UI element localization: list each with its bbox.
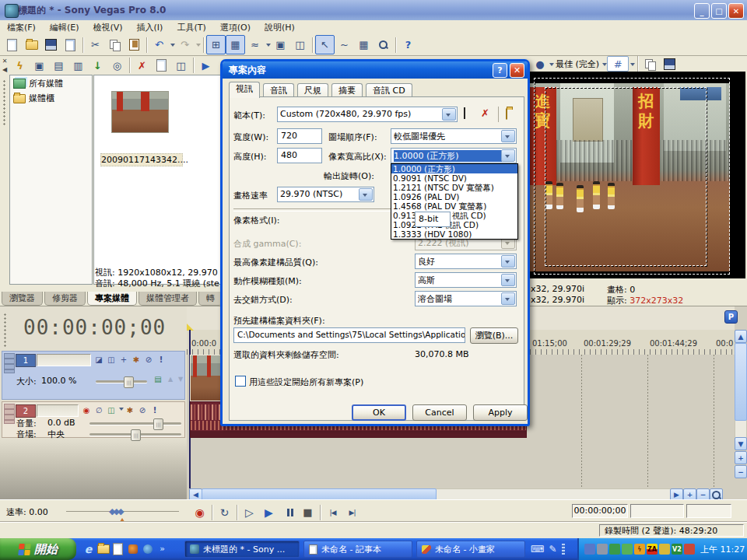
v-scroll-thumb[interactable]: [735, 343, 747, 421]
track2-volume-slider-thumb[interactable]: |||: [153, 418, 163, 430]
tab-trimmer[interactable]: 修剪器: [44, 292, 86, 306]
undo-button[interactable]: ↶: [149, 35, 169, 54]
v-scroll-down-button[interactable]: ▼: [735, 437, 747, 450]
redo-button[interactable]: ↷: [175, 35, 195, 54]
field-order-combo-arrow[interactable]: [501, 130, 515, 142]
tray-power-icon[interactable]: ϟ: [634, 544, 645, 555]
track1-name-field[interactable]: [37, 354, 91, 366]
quicklaunch-media-icon[interactable]: [126, 542, 139, 555]
dialog-titlebar[interactable]: 專案內容 ? ✕: [223, 61, 528, 79]
preview-overlays-caret[interactable]: [630, 63, 635, 68]
media-properties-button[interactable]: [152, 56, 171, 75]
dialog-help-icon[interactable]: ?: [493, 63, 507, 78]
transport-timecode[interactable]: 00:00:00;00: [572, 504, 628, 518]
start-all-projects-checkbox[interactable]: [235, 376, 246, 387]
track2-volume-slider[interactable]: |||: [89, 422, 181, 425]
tray-messenger-icon[interactable]: [684, 544, 695, 555]
new-project-button[interactable]: [2, 35, 22, 54]
deinterlace-combo[interactable]: 溶合圖場: [415, 291, 517, 306]
copy-snapshot-button[interactable]: [640, 54, 660, 74]
par-option-4[interactable]: 1.4568 (PAL DV 寬螢幕): [391, 201, 517, 211]
language-pen-icon[interactable]: ✎: [546, 542, 559, 555]
save-template-button[interactable]: [464, 108, 465, 118]
menu-insert[interactable]: 插入(I): [130, 20, 170, 35]
track1-grip-icon[interactable]: [4, 353, 15, 373]
track1-bypass-motion-blur-icon[interactable]: ◪: [93, 354, 105, 366]
taskbar-task-paint[interactable]: 未命名 - 小畫家: [416, 541, 525, 558]
language-bar-handle[interactable]: [562, 544, 565, 555]
taskbar-task-notepad[interactable]: 未命名 - 記事本: [303, 541, 412, 558]
remove-media-button[interactable]: ✗: [132, 56, 152, 75]
render-quality-combo[interactable]: 良好: [415, 254, 517, 269]
track2-name-field[interactable]: [37, 404, 79, 417]
preview-properties-caret[interactable]: [549, 63, 554, 68]
width-input[interactable]: 720: [277, 128, 322, 144]
frame-rate-combo-arrow[interactable]: [359, 188, 373, 201]
track1-fx-icon[interactable]: ◫: [105, 354, 117, 366]
envelope-edit-tool-button[interactable]: ~: [335, 35, 354, 54]
go-to-end-button[interactable]: ▶|: [342, 502, 362, 522]
par-option-0[interactable]: 1.0000 (正方形): [391, 164, 517, 173]
loop-playback-button[interactable]: ↻: [215, 502, 234, 522]
tray-keys-icon[interactable]: [659, 544, 670, 555]
selection-edit-tool-button[interactable]: ▦: [354, 35, 374, 54]
track2-arm-record-icon[interactable]: ◉: [80, 404, 93, 416]
par-option-3[interactable]: 1.0926 (PAL DV): [391, 192, 517, 201]
ignore-grouping-toggle[interactable]: ◫: [290, 35, 310, 54]
auto-preview-button[interactable]: ϟ: [10, 56, 30, 75]
tree-item-media-bins[interactable]: 媒體櫃: [10, 90, 92, 105]
menu-edit[interactable]: 編輯(E): [43, 20, 86, 35]
tray-antivirus-icon[interactable]: [609, 544, 620, 555]
timecode-grip[interactable]: [3, 313, 7, 348]
menu-options[interactable]: 選項(O): [213, 20, 258, 35]
download-media-button[interactable]: ↓: [88, 56, 107, 75]
pause-button[interactable]: [279, 502, 298, 522]
lock-envelopes-toggle[interactable]: ▣: [271, 35, 290, 54]
par-option-2[interactable]: 1.2121 (NTSC DV 寬螢幕): [391, 183, 517, 192]
deinterlace-combo-arrow[interactable]: [501, 292, 515, 305]
track2-pan-slider[interactable]: |||: [89, 433, 181, 436]
pane-pin-icon[interactable]: ◀: [1, 66, 9, 74]
browse-button[interactable]: 瀏覽(B)...: [470, 327, 518, 344]
track2-grip-icon[interactable]: [4, 404, 15, 424]
close-icon[interactable]: ✕: [728, 3, 744, 19]
get-photo-button[interactable]: ▤: [49, 56, 68, 75]
show-desktop-icon[interactable]: [96, 542, 110, 555]
project-properties-button[interactable]: [61, 35, 80, 54]
scan-button[interactable]: ▥: [68, 56, 88, 75]
ok-button[interactable]: OK: [352, 404, 406, 421]
capture-video-button[interactable]: ▣: [30, 56, 49, 75]
dialog-close-icon[interactable]: ✕: [510, 63, 524, 78]
browse-folder-button[interactable]: [506, 109, 507, 119]
ie-icon[interactable]: e: [82, 542, 95, 555]
par-option-6[interactable]: 1.0921 (PAL 視訊 CD): [391, 220, 517, 229]
track1-number[interactable]: 1: [16, 354, 36, 367]
menu-view[interactable]: 檢視(V): [86, 20, 129, 35]
whats-this-help-button[interactable]: ?: [398, 35, 418, 54]
zoom-edit-tool-button[interactable]: [374, 35, 393, 54]
track1-parent-down-icon[interactable]: ▼: [174, 373, 187, 385]
pane-close-icon[interactable]: ✕: [1, 58, 9, 65]
track1-mute-icon[interactable]: ⊘: [142, 354, 155, 366]
cancel-button[interactable]: Cancel: [412, 404, 467, 421]
tree-item-all-media[interactable]: 所有媒體: [10, 75, 92, 90]
quicklaunch-document-icon[interactable]: [111, 542, 124, 555]
preview-overlays-button[interactable]: #: [607, 56, 629, 72]
menu-help[interactable]: 說明(H): [258, 20, 302, 35]
start-button[interactable]: 開始: [0, 538, 76, 560]
tab-transitions[interactable]: 轉: [198, 292, 223, 306]
tray-v2-icon[interactable]: V2: [672, 544, 682, 555]
minimize-icon[interactable]: _: [694, 3, 710, 19]
dialog-tab-video[interactable]: 視訊: [229, 82, 260, 98]
v-scroll-up-button[interactable]: ▲: [735, 330, 747, 343]
record-button[interactable]: ◉: [190, 502, 209, 522]
render-quality-combo-arrow[interactable]: [501, 255, 515, 268]
big-timecode[interactable]: 00:00:00;00: [23, 316, 179, 339]
pixel-aspect-combo[interactable]: 1.0000 (正方形): [391, 148, 517, 163]
copy-button[interactable]: [105, 35, 124, 54]
preview-quality-label[interactable]: 最佳 (完全): [556, 58, 599, 70]
track2-phase-icon[interactable]: ∅: [93, 404, 105, 416]
play-button[interactable]: ▶: [259, 502, 279, 522]
enable-snapping-toggle[interactable]: ⊞: [206, 35, 226, 54]
track-header-1[interactable]: 1 ◪ ◫ + ✱ ⊘ ! 大小: 100.0 % ||| ▤ ▲ ▼: [2, 351, 185, 400]
